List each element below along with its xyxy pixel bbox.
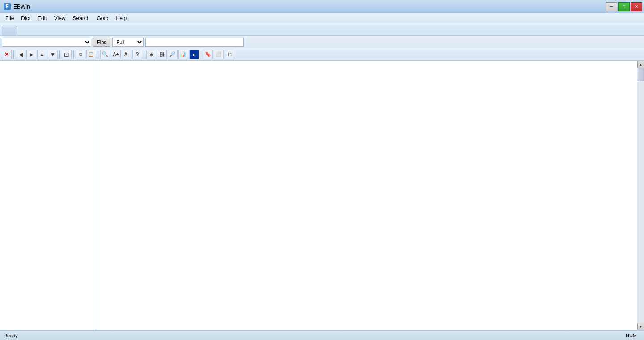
- tab-0[interactable]: [2, 26, 17, 35]
- close-button[interactable]: ✕: [631, 2, 642, 11]
- status-bar: Ready NUM: [0, 330, 644, 340]
- toolbar-tabs: [0, 23, 644, 36]
- table-icon[interactable]: ⊞: [146, 50, 156, 60]
- next-entry-icon[interactable]: ▼: [48, 50, 58, 60]
- sep-2: [59, 51, 60, 59]
- title-text: EBWin: [13, 4, 640, 10]
- sep-1: [13, 51, 14, 59]
- num-indicator: NUM: [626, 333, 640, 338]
- prev-entry-icon[interactable]: ▲: [37, 50, 47, 60]
- toolbar-search: Find Full: [0, 36, 644, 48]
- image-icon[interactable]: 🖼: [157, 50, 167, 60]
- status-text: Ready: [4, 333, 626, 338]
- scroll-thumb[interactable]: [638, 68, 644, 81]
- right-panel[interactable]: [96, 61, 637, 330]
- sep-4: [98, 51, 98, 59]
- font-smaller-icon[interactable]: A-: [122, 50, 131, 60]
- copy-icon[interactable]: ⧉: [76, 50, 85, 60]
- app-icon: E: [4, 3, 11, 10]
- paste-icon[interactable]: 📋: [86, 50, 96, 60]
- search-dropdown[interactable]: [2, 38, 91, 47]
- web-icon[interactable]: e: [189, 50, 199, 60]
- minimize-button[interactable]: ─: [606, 2, 617, 11]
- sep-6: [201, 51, 201, 59]
- search2-icon[interactable]: 🔎: [168, 50, 178, 60]
- scroll-up-arrow[interactable]: ▲: [637, 61, 644, 68]
- new-window-icon[interactable]: ⬜: [214, 50, 224, 60]
- menu-search[interactable]: Search: [69, 14, 93, 22]
- scroll-track: [638, 68, 644, 323]
- find-button[interactable]: Find: [93, 38, 110, 47]
- back-icon[interactable]: ◀: [16, 50, 25, 60]
- menu-bar: File Dict Edit View Search Goto Help: [0, 13, 644, 23]
- menu-help[interactable]: Help: [112, 14, 131, 22]
- right-scrollbar: ▲ ▼: [637, 61, 644, 330]
- stop-icon[interactable]: ✕: [2, 50, 12, 60]
- menu-view[interactable]: View: [51, 14, 69, 22]
- main-area: ▲ ▼: [0, 61, 644, 330]
- forward-icon[interactable]: ▶: [26, 50, 36, 60]
- sep-5: [144, 51, 144, 59]
- left-panel: [0, 61, 96, 330]
- menu-dict[interactable]: Dict: [17, 14, 34, 22]
- mode-dropdown[interactable]: Full: [112, 38, 144, 47]
- scroll-down-arrow[interactable]: ▼: [637, 323, 644, 330]
- menu-file[interactable]: File: [2, 14, 17, 22]
- right-panel-content: [96, 61, 637, 68]
- expand-icon[interactable]: ⊡: [62, 50, 72, 60]
- window-controls: ─ □ ✕: [606, 2, 642, 11]
- menu-edit[interactable]: Edit: [34, 14, 51, 22]
- help-icon[interactable]: ?: [132, 50, 142, 60]
- font-larger-icon[interactable]: A+: [111, 50, 121, 60]
- left-panel-content: [0, 61, 96, 64]
- search-input[interactable]: [145, 38, 244, 47]
- bookmark-icon[interactable]: 🔖: [203, 50, 213, 60]
- chart-icon[interactable]: 📊: [178, 50, 188, 60]
- zoom-in-icon[interactable]: 🔍: [100, 50, 110, 60]
- toolbar-icons: ✕ ◀ ▶ ▲ ▼ ⊡ ⧉ 📋 🔍 A+ A- ? ⊞ 🖼 🔎 📊 e 🔖 ⬜ …: [0, 48, 644, 61]
- clear-icon[interactable]: ◻: [225, 50, 234, 60]
- maximize-button[interactable]: □: [618, 2, 630, 11]
- title-bar: E EBWin ─ □ ✕: [0, 0, 644, 13]
- sep-3: [73, 51, 74, 59]
- menu-goto[interactable]: Goto: [93, 14, 112, 22]
